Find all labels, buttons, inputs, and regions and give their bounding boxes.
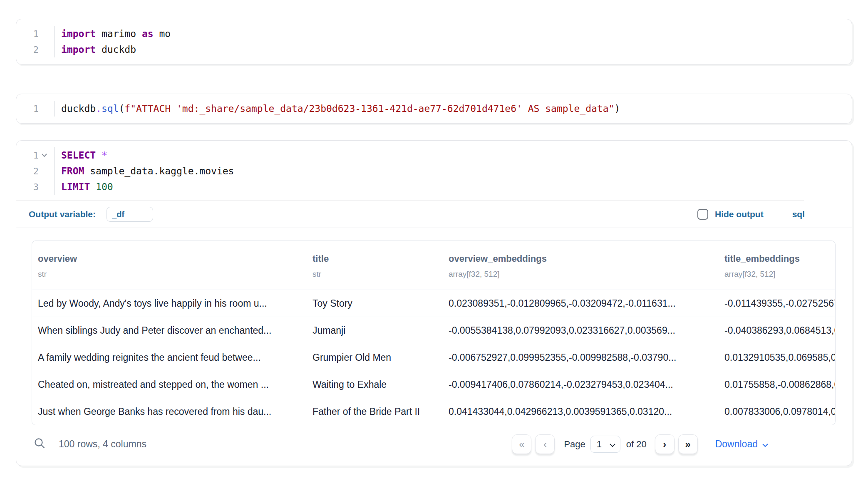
row-count-summary: 100 rows, 4 columns [59,439,146,450]
page-label: Page [564,439,585,450]
code-token: . [96,103,102,114]
code-token: duckdb [61,103,96,114]
code-token: 100 [96,181,113,192]
line-number: 2 [16,45,39,55]
column-header-title[interactable]: title str [307,253,443,279]
first-page-button[interactable]: « [512,434,531,454]
line-number: 2 [16,166,39,176]
code-token: marimo [96,28,142,39]
search-icon [33,437,46,451]
code-token: ) [614,103,620,114]
code-token: "ATTACH 'md:_share/sample_data/23b0d623-… [130,103,614,114]
fold-chevron-icon[interactable] [39,153,50,157]
previous-page-icon: ‹ [543,439,547,449]
code-token: mo [154,28,171,39]
column-type: array[f32, 512] [449,270,713,279]
table-row[interactable]: A family wedding reignites the ancient f… [32,344,835,371]
table-row[interactable]: When siblings Judy and Peter discover an… [32,317,835,344]
gutter-divider [50,147,55,163]
next-page-icon: › [663,439,666,449]
vertical-divider [778,206,778,222]
column-type: array[f32, 512] [724,270,829,279]
line-number: 1 [16,150,39,161]
code-token: sample_data.kaggle.movies [84,166,234,176]
output-variable-bar: Output variable: Hide output sql [16,201,852,228]
page-number-value: 1 [597,439,602,450]
gutter-divider [50,101,55,117]
code-token: SELECT [61,150,96,161]
next-page-button[interactable]: › [655,434,675,454]
code-token: ( [119,103,125,114]
table-footer: 100 rows, 4 columns « ‹ Page 1 of 20 › »… [16,425,852,454]
code-line: 1 SELECT * [16,147,852,163]
last-page-button[interactable]: » [678,434,698,454]
last-page-icon: » [685,439,691,449]
download-label: Download [715,439,758,450]
code-token: import [61,28,96,39]
chevron-down-icon [609,439,616,450]
first-page-icon: « [519,439,524,449]
column-header-overview-embeddings[interactable]: overview_embeddings array[f32, 512] [443,253,719,279]
chevron-down-icon [762,439,769,450]
code-token: sql [102,103,119,114]
line-number: 1 [16,104,39,114]
page-number-select[interactable]: 1 [590,436,620,453]
result-table: overview str title str overview_embeddin… [32,241,836,425]
column-header-overview[interactable]: overview str [32,253,307,279]
line-number: 3 [16,182,39,192]
hide-output-label[interactable]: Hide output [715,209,764,219]
gutter-divider [50,179,55,195]
code-cell-imports[interactable]: 1 import marimo as mo 2 import duckdb [16,19,852,64]
code-line: 3 LIMIT 100 [16,179,852,195]
table-row[interactable]: Cheated on, mistreated and stepped on, t… [32,371,835,398]
code-token: FROM [61,166,84,176]
table-row[interactable]: Led by Woody, Andy's toys live happily i… [32,290,835,317]
code-token: * [102,150,107,161]
table-row[interactable]: Just when George Banks has recovered fro… [32,398,835,425]
previous-page-button[interactable]: ‹ [535,434,555,454]
output-area-divider [16,228,852,228]
download-button[interactable]: Download [715,439,769,450]
table-header-row: overview str title str overview_embeddin… [32,241,835,290]
code-token: f [124,103,130,114]
language-tag-sql[interactable]: sql [792,209,805,219]
code-token [96,150,102,161]
page-total-label: of 20 [626,439,647,450]
output-variable-input[interactable] [107,207,153,222]
hide-output-checkbox[interactable] [697,209,708,220]
column-type: str [38,270,301,279]
code-line: 2 FROM sample_data.kaggle.movies [16,163,852,179]
code-cell-sql-query[interactable]: 1 SELECT * 2 FROM sample_data.kaggle.mov… [16,140,852,466]
code-line: 1 import marimo as mo [16,26,852,42]
code-token: duckdb [96,44,136,55]
code-token: as [142,28,154,39]
line-number: 1 [16,29,39,39]
gutter-divider [50,42,55,57]
column-header-title-embeddings[interactable]: title_embeddings array[f32, 512] [719,253,835,279]
output-variable-label: Output variable: [29,209,96,219]
search-button[interactable] [33,437,46,451]
notebook-page: 1 import marimo as mo 2 import duckdb 1 … [0,0,868,466]
code-cell-attach[interactable]: 1 duckdb.sql(f"ATTACH 'md:_share/sample_… [16,94,852,124]
code-token: import [61,44,96,55]
gutter-divider [50,26,55,42]
code-token: LIMIT [61,181,90,192]
code-line: 2 import duckdb [16,42,852,57]
code-token [90,181,96,192]
column-type: str [312,270,437,279]
code-line: 1 duckdb.sql(f"ATTACH 'md:_share/sample_… [16,101,852,117]
gutter-divider [50,163,55,179]
